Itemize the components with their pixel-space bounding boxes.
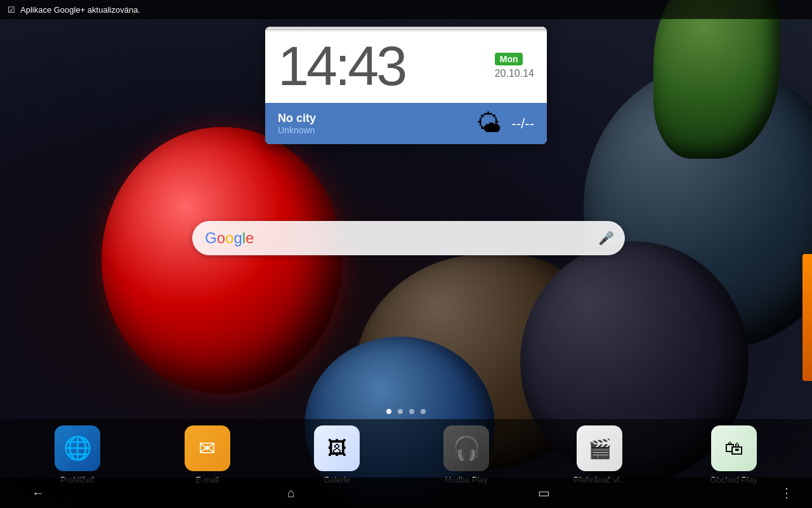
weather-temperature: --/-- [512, 116, 534, 132]
weather-icon: 🌤 [476, 109, 502, 138]
page-indicator [386, 409, 426, 414]
google-logo: Google [205, 229, 254, 247]
page-dot-1 [386, 409, 391, 414]
weather-city-subtitle: Unknown [278, 125, 466, 135]
microphone-icon[interactable]: 🎤 [597, 229, 615, 247]
app-store[interactable]: 🛍 Obchod Play [710, 425, 757, 485]
browser-icon: 🌐 [55, 425, 100, 471]
clock-widget[interactable]: 14:43 Mon 20.10.14 No city Unknown 🌤 --/… [265, 27, 547, 144]
video-icon: 🎬 [577, 425, 622, 471]
notification-text: Aplikace Google+ aktualizována. [20, 5, 140, 15]
clock-date-block: Mon 20.10.14 [495, 53, 534, 79]
page-dot-2 [398, 409, 403, 414]
app-browser[interactable]: 🌐 Prohlížeč [55, 425, 100, 485]
back-button[interactable]: ← [19, 481, 57, 505]
search-bar[interactable]: Google 🎤 [192, 221, 625, 255]
gallery-icon: 🖼 [314, 425, 360, 471]
weather-strip[interactable]: No city Unknown 🌤 --/-- [265, 103, 547, 144]
notification-icon: ☑ [8, 5, 15, 15]
weather-city-name: No city [278, 112, 466, 125]
clock-face: 14:43 Mon 20.10.14 [265, 32, 547, 103]
decorative-ball-red [102, 127, 343, 394]
google-letter-e: e [246, 229, 254, 246]
navigation-bar: ← ⌂ ▭ ⋮ [0, 478, 812, 508]
recents-button[interactable]: ▭ [525, 480, 563, 505]
orange-accent-line [802, 254, 812, 381]
clock-widget-top-bar [265, 27, 547, 32]
app-gallery[interactable]: 🖼 Galerie [314, 425, 360, 485]
google-letter-g: G [205, 229, 217, 246]
google-letter-g2: g [233, 229, 242, 246]
google-letter-o2: o [225, 229, 233, 246]
clock-day-badge: Mon [495, 53, 523, 65]
clock-date: 20.10.14 [495, 68, 534, 79]
app-dock: 🌐 Prohlížeč ✉ E-mail 🖼 Galerie 🎧 Hudba P… [0, 425, 812, 485]
menu-button[interactable]: ⋮ [780, 485, 793, 500]
home-button[interactable]: ⌂ [275, 481, 308, 505]
page-dot-3 [409, 409, 414, 414]
app-video[interactable]: 🎬 Přehrávač vi... [573, 425, 626, 485]
app-music[interactable]: 🎧 Hudba Play [443, 425, 489, 485]
music-icon: 🎧 [443, 425, 489, 471]
page-dot-4 [421, 409, 426, 414]
status-bar: ☑ Aplikace Google+ aktualizována. [0, 0, 812, 19]
email-icon: ✉ [185, 425, 230, 471]
google-letter-o1: o [217, 229, 225, 246]
clock-time: 14:43 [278, 38, 495, 94]
weather-city-info: No city Unknown [278, 112, 466, 135]
store-icon: 🛍 [711, 425, 757, 471]
app-email[interactable]: ✉ E-mail [185, 425, 230, 485]
